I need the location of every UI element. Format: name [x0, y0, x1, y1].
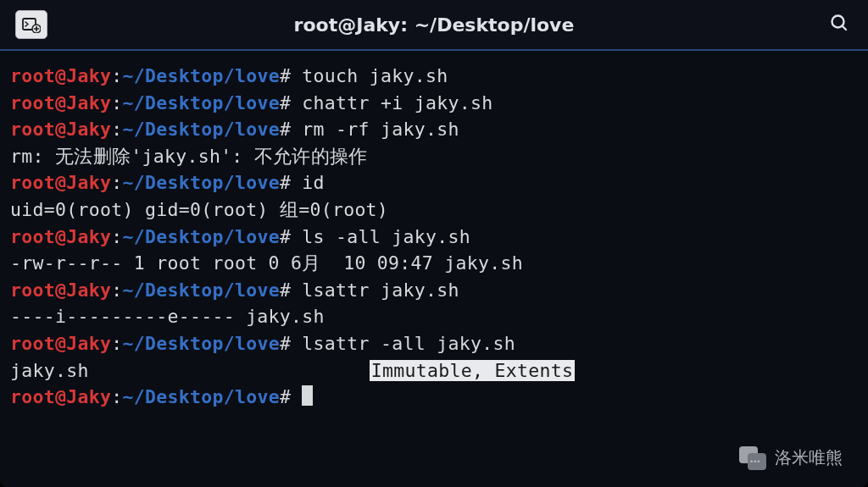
- command-text: chattr +i jaky.sh: [291, 92, 492, 113]
- output-line: -rw-r--r-- 1 root root 0 6月 10 09:47 jak…: [10, 250, 858, 277]
- command-text: ls -all jaky.sh: [291, 226, 470, 247]
- prompt-line: root@Jaky:~/Desktop/love# lsattr jaky.sh: [10, 277, 858, 304]
- output-line: ----i---------e----- jaky.sh: [10, 303, 858, 330]
- prompt-path: ~/Desktop/love: [122, 65, 279, 86]
- prompt-line: root@Jaky:~/Desktop/love# rm -rf jaky.sh: [10, 116, 858, 143]
- prompt-line: root@Jaky:~/Desktop/love# chattr +i jaky…: [10, 90, 858, 117]
- search-icon: [829, 13, 849, 33]
- svg-line-5: [843, 25, 847, 30]
- prompt-line: root@Jaky:~/Desktop/love# touch jaky.sh: [10, 63, 858, 90]
- prompt-user: root@Jaky: [10, 65, 111, 86]
- command-text: rm -rf jaky.sh: [291, 119, 459, 140]
- prompt-line: root@Jaky:~/Desktop/love# lsattr -all ja…: [10, 330, 858, 357]
- output-line: jaky.sh Immutable, Extents: [10, 357, 858, 385]
- titlebar: root@Jaky: ~/Desktop/love: [0, 0, 868, 51]
- command-text: id: [291, 172, 325, 193]
- prompt-line: root@Jaky:~/Desktop/love#: [10, 384, 858, 411]
- prompt-line: root@Jaky:~/Desktop/love# id: [10, 169, 858, 196]
- output-line: uid=0(root) gid=0(root) 组=0(root): [10, 196, 858, 224]
- watermark: ••• 洛米唯熊: [736, 445, 843, 470]
- watermark-text: 洛米唯熊: [775, 446, 843, 469]
- command-text: lsattr -all jaky.sh: [291, 333, 515, 354]
- titlebar-left: [15, 10, 47, 39]
- window-title: root@Jaky: ~/Desktop/love: [0, 14, 868, 36]
- terminal-plus-icon: [22, 16, 41, 33]
- wechat-icon: •••: [736, 445, 770, 470]
- highlighted-text: Immutable, Extents: [370, 360, 575, 381]
- prompt-line: root@Jaky:~/Desktop/love# ls -all jaky.s…: [10, 224, 858, 251]
- terminal-output[interactable]: root@Jaky:~/Desktop/love# touch jaky.sh …: [0, 51, 868, 487]
- cursor: [302, 385, 313, 406]
- command-text: lsattr jaky.sh: [291, 279, 459, 301]
- terminal-window: root@Jaky: ~/Desktop/love root@Jaky:~/De…: [0, 0, 868, 487]
- output-line: rm: 无法删除'jaky.sh': 不允许的操作: [10, 143, 858, 170]
- titlebar-right: [826, 9, 853, 41]
- command-text: touch jaky.sh: [291, 65, 448, 86]
- search-button[interactable]: [826, 9, 853, 41]
- new-tab-button[interactable]: [15, 10, 47, 39]
